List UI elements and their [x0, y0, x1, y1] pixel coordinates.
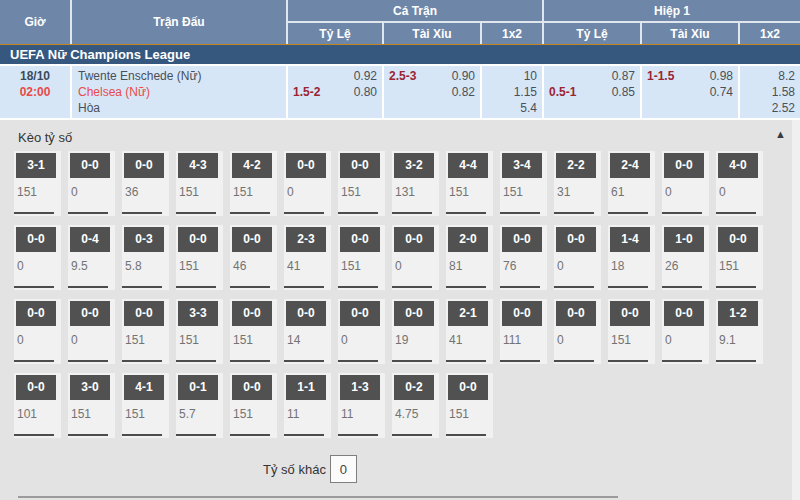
home-team[interactable]: Twente Enschede (Nữ): [78, 68, 286, 84]
draw-label: Hòa: [78, 100, 286, 116]
score-cell[interactable]: 0-00: [284, 151, 331, 216]
score-cell[interactable]: 4-2151: [230, 151, 277, 216]
score-underline: [284, 434, 324, 436]
score-cell[interactable]: 0-00: [14, 225, 61, 290]
score-cell[interactable]: 4-00: [716, 151, 763, 216]
full-hdp-away-odds[interactable]: 0.80: [354, 84, 377, 100]
score-cell[interactable]: 0-046: [230, 225, 277, 290]
score-underline: [500, 212, 540, 214]
half-ou-over-odds[interactable]: 0.98: [710, 68, 733, 84]
score-underline: [230, 212, 270, 214]
full-ou-over-odds[interactable]: 0.90: [452, 68, 475, 84]
score-cell[interactable]: 0-0151: [230, 299, 277, 364]
score-underline: [122, 434, 162, 436]
score-row: 0-01013-01514-11510-15.70-01511-1111-311…: [0, 373, 800, 438]
score-cell[interactable]: 0-0151: [176, 225, 223, 290]
score-underline: [284, 212, 324, 214]
score-odds-value: 151: [230, 326, 277, 347]
score-underline: [662, 286, 702, 288]
score-cell[interactable]: 0-24.75: [392, 373, 439, 438]
score-cell[interactable]: 1-026: [662, 225, 709, 290]
score-cell[interactable]: 0-00: [68, 299, 115, 364]
score-cell[interactable]: 0-00: [662, 299, 709, 364]
score-cell[interactable]: 0-00: [554, 225, 601, 290]
score-cell[interactable]: 4-4151: [446, 151, 493, 216]
score-cell[interactable]: 3-3151: [176, 299, 223, 364]
score-cell[interactable]: 0-0151: [608, 299, 655, 364]
score-cell[interactable]: 2-141: [446, 299, 493, 364]
score-cell[interactable]: 1-111: [284, 373, 331, 438]
score-cell[interactable]: 0-00: [392, 225, 439, 290]
half-1x2-away-odds[interactable]: 1.58: [740, 84, 800, 100]
half-hdp-away-odds[interactable]: 0.85: [612, 84, 635, 100]
half-hdp-home-odds[interactable]: 0.87: [612, 68, 635, 84]
half-ou-under-odds[interactable]: 0.74: [710, 84, 733, 100]
score-cell[interactable]: 0-0151: [338, 151, 385, 216]
score-cell[interactable]: 0-0151: [338, 225, 385, 290]
full-1x2-draw-odds[interactable]: 5.4: [482, 100, 542, 116]
collapse-arrow-icon[interactable]: ▲: [775, 128, 786, 140]
score-cell[interactable]: 0-00: [554, 299, 601, 364]
score-label: 0-0: [232, 375, 272, 400]
score-underline: [608, 212, 648, 214]
score-label: 4-4: [448, 153, 488, 178]
score-cell[interactable]: 2-461: [608, 151, 655, 216]
score-underline: [230, 286, 270, 288]
half-hdp-line: 0.5-1: [549, 84, 576, 100]
full-1x2-away-odds[interactable]: 1.15: [482, 84, 542, 100]
score-cell[interactable]: 0-019: [392, 299, 439, 364]
score-label: 0-0: [16, 375, 56, 400]
score-cell[interactable]: 0-0151: [446, 373, 493, 438]
score-cell[interactable]: 2-231: [554, 151, 601, 216]
half-1x2-home-odds[interactable]: 8.2: [740, 68, 800, 84]
score-cell[interactable]: 4-3151: [176, 151, 223, 216]
score-cell[interactable]: 0-00: [68, 151, 115, 216]
score-underline: [68, 434, 108, 436]
score-cell[interactable]: 0-0111: [500, 299, 547, 364]
score-label: 2-3: [286, 227, 326, 252]
full-1x2-home-odds[interactable]: 10: [482, 68, 542, 84]
column-header-half-handicap: Tỷ Lệ: [544, 23, 640, 44]
score-cell[interactable]: 2-341: [284, 225, 331, 290]
score-odds-value: 0: [68, 178, 115, 199]
score-label: 0-0: [610, 301, 650, 326]
score-odds-value: 151: [68, 400, 115, 421]
score-underline: [14, 286, 54, 288]
score-cell[interactable]: 1-311: [338, 373, 385, 438]
score-odds-value: 81: [446, 252, 493, 273]
other-score-input[interactable]: 0: [330, 455, 357, 483]
score-label: 0-0: [448, 375, 488, 400]
score-cell[interactable]: 2-081: [446, 225, 493, 290]
score-cell[interactable]: 0-00: [14, 299, 61, 364]
score-label: 3-4: [502, 153, 542, 178]
score-cell[interactable]: 0-0151: [122, 299, 169, 364]
score-cell[interactable]: 1-418: [608, 225, 655, 290]
score-cell[interactable]: 3-4151: [500, 151, 547, 216]
score-cell[interactable]: 3-1151: [14, 151, 61, 216]
score-cell[interactable]: 1-29.1: [716, 299, 763, 364]
score-cell[interactable]: 0-00: [662, 151, 709, 216]
score-cell[interactable]: 0-076: [500, 225, 547, 290]
full-hdp-home-odds[interactable]: 0.92: [354, 68, 377, 84]
score-cell[interactable]: 0-35.8: [122, 225, 169, 290]
score-cell[interactable]: 0-014: [284, 299, 331, 364]
score-cell[interactable]: 3-0151: [68, 373, 115, 438]
full-ou-line: 2.5-3: [389, 68, 416, 84]
match-teams-cell[interactable]: Twente Enschede (Nữ) Chelsea (Nữ) Hòa: [72, 66, 286, 118]
match-time-cell: 18/10 02:00: [0, 66, 70, 118]
score-cell[interactable]: 0-0101: [14, 373, 61, 438]
score-cell[interactable]: 0-49.5: [68, 225, 115, 290]
full-ou-under-odds[interactable]: 0.82: [452, 84, 475, 100]
score-cell[interactable]: 0-0151: [716, 225, 763, 290]
score-cell[interactable]: 4-1151: [122, 373, 169, 438]
score-odds-value: 151: [230, 178, 277, 199]
score-cell[interactable]: 0-036: [122, 151, 169, 216]
score-cell[interactable]: 3-2131: [392, 151, 439, 216]
half-1x2-draw-odds[interactable]: 2.52: [740, 100, 800, 116]
score-underline: [392, 286, 432, 288]
score-cell[interactable]: 0-15.7: [176, 373, 223, 438]
score-cell[interactable]: 0-0151: [230, 373, 277, 438]
score-cell[interactable]: 0-00: [338, 299, 385, 364]
away-team[interactable]: Chelsea (Nữ): [78, 84, 286, 100]
league-bar: UEFA Nữ Champions League: [0, 45, 800, 64]
